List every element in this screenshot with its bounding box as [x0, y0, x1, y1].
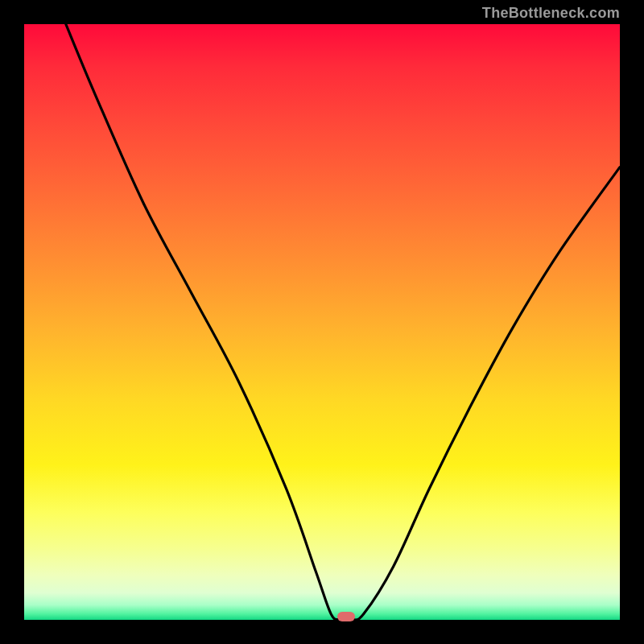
- optimal-marker: [337, 612, 355, 621]
- plot-area: [24, 24, 620, 620]
- bottleneck-curve: [24, 24, 620, 620]
- chart-frame: TheBottleneck.com: [0, 0, 644, 644]
- attribution-label: TheBottleneck.com: [482, 5, 620, 22]
